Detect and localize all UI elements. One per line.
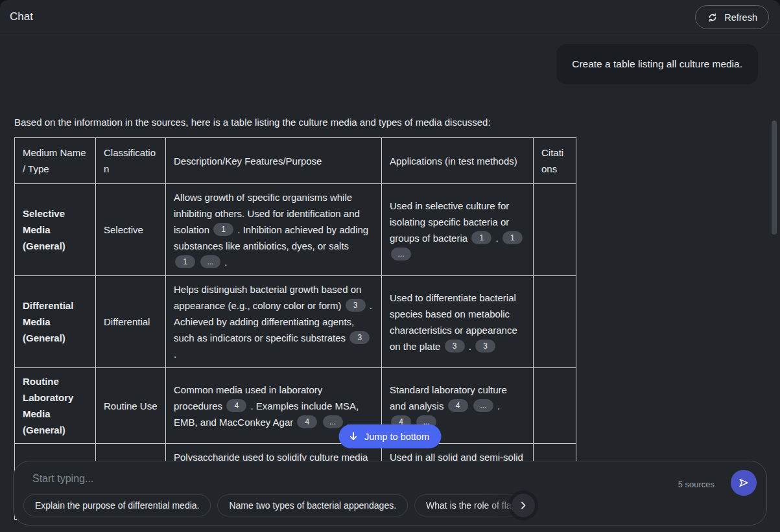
column-header-applications: Applications (in test methods) [382, 138, 534, 184]
suggestion-chips-row: Explain the purpose of differential medi… [23, 494, 535, 517]
citation-chip[interactable]: 1 [471, 231, 491, 244]
citation-chip[interactable]: ... [391, 248, 411, 260]
chips-scroll-right-button[interactable] [512, 494, 535, 517]
send-icon [737, 476, 750, 489]
citation-chip[interactable]: 4 [226, 399, 246, 412]
citation-chip[interactable]: 1 [175, 255, 195, 268]
send-button[interactable] [731, 470, 757, 496]
citation-chip[interactable]: ... [200, 255, 220, 268]
citation-chip[interactable]: 3 [475, 340, 495, 353]
table-row: Differential Media (General)Differential… [15, 276, 576, 368]
cell-classification: Routine Use [96, 368, 166, 444]
cell-medium-name: Differential Media (General) [15, 276, 96, 368]
cell-classification: Differential [96, 276, 166, 368]
citation-chip[interactable]: ... [473, 399, 493, 412]
sources-count: 5 sources [678, 480, 715, 489]
cell-medium-name: Selective Media (General) [15, 184, 96, 276]
cell-description: Allows growth of specific organisms whil… [166, 184, 382, 276]
composer: 5 sources Explain the purpose of differe… [13, 461, 767, 526]
refresh-button[interactable]: Refresh [695, 5, 769, 29]
top-bar: Chat Refresh [0, 0, 780, 34]
citation-chip[interactable]: 4 [297, 415, 317, 428]
cell-citations [534, 276, 576, 368]
table-header-row: Medium Name / Type Classification Descri… [15, 138, 576, 184]
column-header-description: Description/Key Features/Purpose [166, 138, 382, 184]
suggestion-chip-differential-media[interactable]: Explain the purpose of differential medi… [23, 494, 211, 516]
cell-applications: Used in selective culture for isolating … [382, 184, 534, 276]
page-title: Chat [10, 10, 33, 23]
citation-chip[interactable]: ... [323, 415, 343, 428]
jump-to-bottom-button[interactable]: Jump to bottom [338, 424, 442, 448]
cell-applications: Used to differentiate bacterial species … [382, 276, 534, 368]
cell-medium-name: Routine Laboratory Media (General) [15, 368, 96, 444]
response-intro: Based on the information in the sources,… [14, 115, 766, 129]
citation-chip[interactable]: 4 [448, 399, 468, 412]
chevron-right-icon [518, 500, 528, 511]
citation-chip[interactable]: 3 [349, 331, 370, 344]
refresh-label: Refresh [724, 12, 757, 23]
user-message-row: Create a table listing all culture media… [14, 44, 766, 84]
cell-description: Helps distinguish bacterial growth based… [166, 276, 382, 368]
column-header-classification: Classification [96, 138, 166, 184]
chat-input[interactable] [31, 472, 448, 485]
suggestion-chip-bacterial-appendages[interactable]: Name two types of bacterial appendages. [217, 494, 408, 516]
user-message-bubble: Create a table listing all culture media… [556, 44, 758, 84]
citation-chip[interactable]: 1 [213, 223, 233, 236]
column-header-citations: Citations [534, 138, 576, 184]
cell-citations [534, 368, 576, 444]
citation-chip[interactable]: 3 [445, 340, 465, 353]
down-arrow-icon [348, 431, 359, 442]
citation-chip[interactable]: 3 [346, 299, 366, 312]
jump-to-bottom-label: Jump to bottom [364, 432, 429, 442]
scrollbar-thumb[interactable] [772, 121, 777, 235]
refresh-icon [707, 12, 718, 23]
chat-scroll-area[interactable]: Create a table listing all culture media… [0, 34, 780, 532]
cell-classification: Selective [96, 184, 166, 276]
column-header-medium-name: Medium Name / Type [15, 138, 96, 184]
cell-citations [534, 184, 576, 276]
table-row: Routine Laboratory Media (General)Routin… [15, 368, 576, 444]
citation-chip[interactable]: 1 [502, 231, 523, 244]
table-row: Selective Media (General)SelectiveAllows… [15, 184, 576, 276]
chat-panel: Chat Refresh Create a table listing all … [0, 0, 780, 532]
